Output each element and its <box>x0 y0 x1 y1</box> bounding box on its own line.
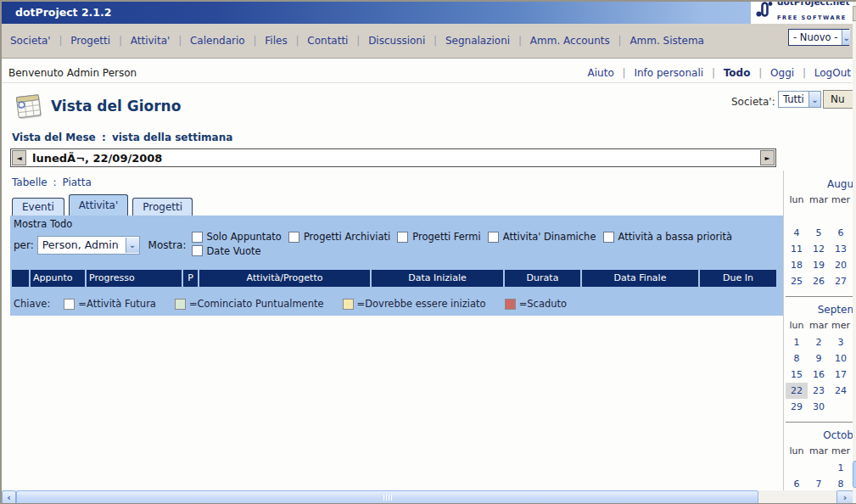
calendar-day[interactable]: 1 <box>786 334 808 350</box>
menu-item-attivita[interactable]: Attivita' <box>131 35 171 47</box>
checkbox-label: Date Vuote <box>207 245 261 257</box>
calendar-day[interactable]: 27 <box>830 273 852 289</box>
dotproject-logo[interactable]: dotProject.net FREE SOFTWARE <box>751 2 853 24</box>
calendar-day[interactable]: 18 <box>786 257 808 273</box>
legend-text: =Scaduto <box>519 298 567 310</box>
vertical-scrollbar-thumb[interactable] <box>853 461 856 488</box>
calendar-day[interactable]: 3 <box>830 334 852 350</box>
title-bar: dotProject 2.1.2 dotProject.net FREE SOF… <box>2 2 856 24</box>
company-select-value: Tutti <box>779 93 808 105</box>
calendar-day[interactable]: 11 <box>786 241 808 257</box>
calendar-day[interactable]: 10 <box>830 350 852 367</box>
calendar-week-row: 456 <box>786 225 856 241</box>
scroll-right-arrow-icon[interactable]: › <box>836 490 853 504</box>
calendar-day[interactable]: 2 <box>808 334 830 350</box>
menu-item-amm-accounts[interactable]: Amm. Accounts <box>530 35 610 47</box>
calendar-divider <box>786 296 853 297</box>
horizontal-scrollbar[interactable]: ‹ › <box>2 490 853 504</box>
chevron-down-icon: ⌄ <box>126 238 139 253</box>
scroll-left-arrow-icon[interactable]: ‹ <box>2 490 16 504</box>
new-task-button[interactable]: Nu <box>823 90 856 109</box>
checkbox-attivita-dinamiche[interactable] <box>488 232 499 243</box>
calendar-day[interactable]: 4 <box>786 225 808 241</box>
legend-label: Chiave: <box>14 298 50 310</box>
user-link-info-personali[interactable]: Info personali <box>634 67 703 79</box>
subnav-link-vista-della-settimana[interactable]: vista della settimana <box>112 132 232 143</box>
menu-item-calendario[interactable]: Calendario <box>190 35 245 47</box>
menu-item-amm-sistema[interactable]: Amm. Sistema <box>629 35 704 47</box>
checkbox-progetti-fermi[interactable] <box>397 232 408 243</box>
calendar-title-augu[interactable]: Augu <box>786 176 853 192</box>
tab-attivita[interactable]: Attivita' <box>69 194 129 216</box>
separator: | <box>615 35 625 47</box>
legend-item-dovrebbe-essere-iniziato: =Dovrebbe essere iniziato <box>343 298 486 310</box>
filter-item-attivit-a-bassa-priorit: Attività a bassa priorità <box>603 231 733 243</box>
menu-item-files[interactable]: Files <box>265 35 287 47</box>
column-header-blank <box>12 270 29 287</box>
calendar-day-empty <box>808 460 830 476</box>
calendar-day[interactable]: 23 <box>808 383 830 399</box>
calendar-day[interactable]: 17 <box>830 367 852 383</box>
user-link-aiuto[interactable]: Aiuto <box>588 67 614 79</box>
filter-item-progetti-fermi: Progetti Fermi <box>397 231 480 243</box>
tab-eventi[interactable]: Eventi <box>12 198 64 216</box>
checkbox-progetti-archiviati[interactable] <box>288 232 299 243</box>
calendar-day[interactable]: 6 <box>830 225 852 241</box>
user-select[interactable]: Person, Admin ⌄ <box>37 236 140 255</box>
calendar-week-row: 252627 <box>786 273 856 289</box>
checkbox-date-vuote[interactable] <box>192 245 203 256</box>
calendar-week-row: 111213 <box>786 241 856 257</box>
next-day-arrow-icon[interactable]: ► <box>760 150 775 165</box>
user-link-oggi[interactable]: Oggi <box>770 67 794 79</box>
calendar-title-septen[interactable]: Septen <box>786 302 853 317</box>
calendar-day[interactable]: 12 <box>808 241 830 257</box>
calendar-day[interactable]: 24 <box>830 383 852 399</box>
user-link-todo[interactable]: Todo <box>724 67 751 79</box>
calendar-day[interactable]: 16 <box>808 367 830 383</box>
calendar-day[interactable]: 25 <box>786 273 808 289</box>
menu-item-progetti[interactable]: Progetti <box>70 35 110 47</box>
calendar-title-octob[interactable]: Octob <box>786 428 853 443</box>
calendar-week-row <box>786 209 856 225</box>
filter-item-attivita-dinamiche: Attivita' Dinamiche <box>488 231 596 243</box>
day-header-mer: mer <box>830 443 852 460</box>
calendar-day[interactable]: 26 <box>808 273 830 289</box>
menu-item-segnalazioni[interactable]: Segnalazioni <box>445 35 510 47</box>
day-header-lun: lun <box>786 317 808 334</box>
menu-item-contatti[interactable]: Contatti <box>307 35 348 47</box>
calendar-day[interactable]: 30 <box>808 399 830 415</box>
calendar-day[interactable]: 20 <box>830 257 852 273</box>
calendar-day[interactable]: 22 <box>786 383 808 399</box>
task-table-header: AppuntoProgressoPAttività/ProgettoData I… <box>12 270 781 287</box>
separator: | <box>293 35 303 47</box>
checkbox-attivit-a-bassa-priorit[interactable] <box>603 232 614 243</box>
calendar-day[interactable]: 5 <box>808 225 830 241</box>
subnav-link-vista-del-mese[interactable]: Vista del Mese <box>12 132 96 143</box>
calendar-day[interactable]: 19 <box>808 257 830 273</box>
calendar-day[interactable]: 9 <box>808 350 830 367</box>
horizontal-scrollbar-thumb[interactable] <box>16 490 758 504</box>
main-menu: Societa' | Progetti | Attivita' | Calend… <box>10 35 704 47</box>
date-navigation-bar: ◄ lunedÃ¬, 22/09/2008 ► <box>10 148 776 167</box>
table-link-piatta[interactable]: Piatta <box>62 176 91 188</box>
previous-day-arrow-icon[interactable]: ◄ <box>12 150 26 165</box>
separator: | <box>515 35 525 47</box>
calendar-day[interactable]: 1 <box>830 460 852 476</box>
menu-item-societa[interactable]: Societa' <box>10 35 51 47</box>
menu-item-discussioni[interactable]: Discussioni <box>368 35 425 47</box>
calendar-day[interactable]: 8 <box>786 350 808 367</box>
checkbox-solo-appuntato[interactable] <box>192 232 203 243</box>
user-link-logout[interactable]: LogOut <box>814 67 851 79</box>
calendar-day[interactable]: 15 <box>786 367 808 383</box>
vertical-scrollbar-top-button[interactable] <box>853 6 856 21</box>
company-select[interactable]: Tutti ⌄ <box>778 91 821 108</box>
new-item-select[interactable]: - Nuovo - ⌄ <box>788 29 849 46</box>
user-select-value: Person, Admin <box>38 238 123 251</box>
calendar-day[interactable]: 29 <box>786 399 808 415</box>
table-link-tabelle[interactable]: Tabelle <box>12 176 48 188</box>
filter-checkboxes: Solo AppuntatoProgetti ArchiviatiProgett… <box>192 231 780 259</box>
vertical-scrollbar[interactable] <box>853 2 856 504</box>
checkbox-label: Attività a bassa priorità <box>618 231 733 243</box>
calendar-day[interactable]: 13 <box>830 241 852 257</box>
tab-progetti[interactable]: Progetti <box>132 198 193 216</box>
